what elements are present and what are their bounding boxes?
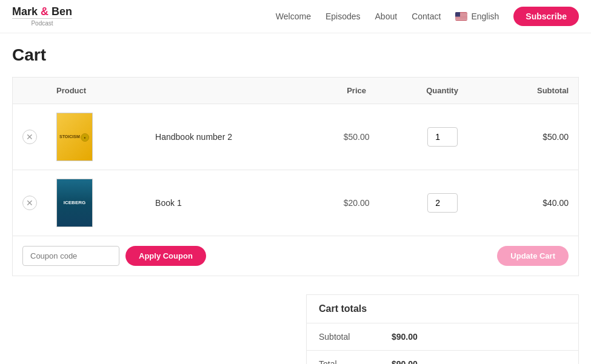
subtotal-value: $90.00 [392,332,418,342]
svg-rect-7 [455,12,460,17]
logo-subtitle: Podcast [12,18,72,27]
nav-episodes[interactable]: Episodes [326,12,361,21]
remove-item-2-button[interactable]: ✕ [22,196,37,210]
table-row: ✕ ICEBERG Book 1 $20.00 $40.00 [13,170,579,236]
coupon-row: Apply Coupon Update Cart [12,236,579,276]
cart-totals: Cart totals Subtotal $90.00 Total $90.00… [306,294,579,364]
table-row: ✕ STOICISM ⚜ Handbook number 2 $50.00 [13,104,579,170]
flag-icon [455,12,467,21]
cart-table: Product Price Quantity Subtotal ✕ STOICI… [12,77,579,236]
language-label: English [471,12,499,21]
product-price-2: $20.00 [316,170,397,236]
nav-about[interactable]: About [375,12,398,21]
col-product: Product [47,77,316,104]
logo-text: Mark & Ben [12,6,72,18]
language-selector[interactable]: English [455,12,499,21]
coupon-input[interactable] [22,246,119,266]
nav-welcome[interactable]: Welcome [276,12,311,21]
total-row: Total $90.00 [307,351,578,364]
update-cart-button[interactable]: Update Cart [497,246,569,266]
subtotal-row: Subtotal $90.00 [307,323,578,351]
nav-contact[interactable]: Contact [412,12,441,21]
product-image-1: STOICISM ⚜ [56,113,93,161]
page-content: Cart Product Price Quantity Subtotal ✕ S… [0,33,591,364]
total-value: $90.00 [392,359,418,364]
remove-item-1-button[interactable]: ✕ [22,130,37,144]
cart-totals-section: Cart totals Subtotal $90.00 Total $90.00… [12,294,579,364]
quantity-input-2[interactable] [427,193,458,213]
header: Mark & Ben Podcast Welcome Episodes Abou… [0,0,591,33]
main-nav: Welcome Episodes About Contact English S… [276,7,579,26]
total-label: Total [319,359,392,364]
product-subtotal-2: $40.00 [488,170,579,236]
col-quantity: Quantity [396,77,487,104]
col-remove [13,77,47,104]
svg-rect-5 [455,18,467,19]
product-name-2: Book 1 [155,198,182,208]
quantity-input-1[interactable] [427,127,458,147]
product-name-1: Handbook number 2 [155,132,232,142]
logo: Mark & Ben Podcast [12,6,72,27]
cart-totals-title: Cart totals [307,295,578,323]
apply-coupon-button[interactable]: Apply Coupon [125,246,206,266]
svg-rect-6 [455,19,467,20]
coupon-section: Apply Coupon [22,246,206,266]
svg-rect-4 [455,16,467,17]
col-price: Price [316,77,397,104]
product-image-2: ICEBERG [56,179,93,227]
svg-text:⚜: ⚜ [84,136,86,139]
product-price-1: $50.00 [316,104,397,170]
page-title: Cart [12,45,579,65]
col-subtotal: Subtotal [488,77,579,104]
subtotal-label: Subtotal [319,332,392,342]
product-subtotal-1: $50.00 [488,104,579,170]
subscribe-button[interactable]: Subscribe [513,7,579,26]
